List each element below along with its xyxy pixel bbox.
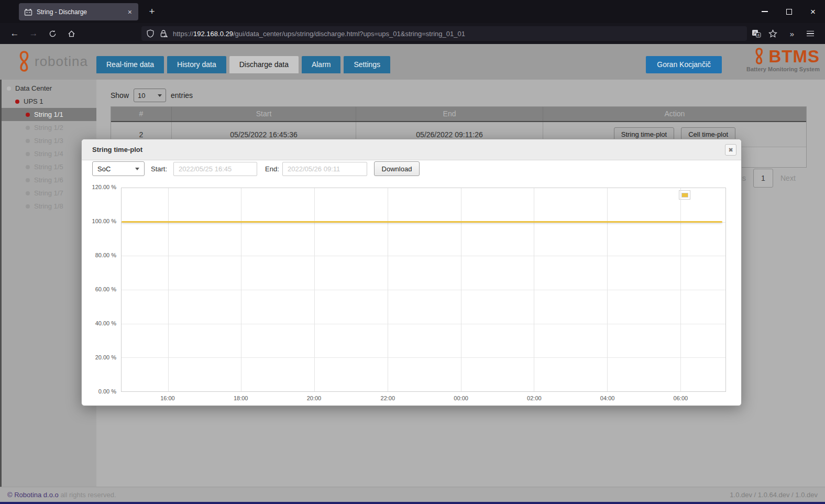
forward-button[interactable]: → — [26, 27, 41, 40]
bookmark-star-icon[interactable] — [767, 28, 778, 39]
metric-select[interactable]: SoC — [92, 161, 145, 176]
robotina-logo: robotina — [17, 49, 88, 73]
menu-hamburger-icon[interactable] — [805, 28, 816, 39]
legend-swatch — [681, 193, 688, 198]
x-tick-label: 18:00 — [234, 395, 248, 401]
footer: © Robotina d.o.o all rights reserved. 1.… — [0, 487, 825, 502]
sidebar-item-string-1-1[interactable]: String 1/1 — [2, 108, 96, 121]
node-bullet-icon — [26, 204, 30, 209]
reload-button[interactable] — [45, 27, 60, 40]
x-tick-label: 20:00 — [307, 395, 322, 401]
btms-logo-icon — [752, 47, 767, 65]
soc-series-line — [122, 221, 722, 223]
y-tick-label: 60.00 % — [95, 286, 116, 292]
new-tab-button[interactable]: + — [145, 4, 159, 19]
start-label: Start: — [151, 165, 167, 173]
tab-close-icon[interactable]: × — [127, 8, 133, 16]
gridline — [122, 290, 725, 290]
column-header-end[interactable]: End — [356, 107, 543, 121]
x-tick-label: 16:00 — [160, 395, 175, 401]
url-text: https://192.168.0.29/gui/data_center/ups… — [173, 30, 465, 38]
tab-settings[interactable]: Settings — [344, 56, 390, 73]
node-bullet-icon — [26, 126, 30, 130]
tab-realtime-data[interactable]: Real-time data — [96, 56, 164, 73]
column-header-num[interactable]: # — [111, 107, 172, 121]
svg-text:a: a — [757, 33, 760, 37]
window-maximize-button[interactable] — [777, 0, 801, 23]
node-bullet-icon — [26, 139, 30, 143]
pagination-next[interactable]: Next — [780, 174, 796, 182]
node-bullet-icon — [26, 113, 30, 117]
gridline — [388, 188, 388, 391]
copyright: © Robotina d.o.o all rights reserved. — [7, 491, 116, 499]
y-tick-label: 80.00 % — [95, 252, 116, 258]
browser-tab[interactable]: String - Discharge × — [19, 3, 138, 20]
y-tick-label: 40.00 % — [95, 320, 116, 326]
version-info: 1.0.dev / 1.0.64.dev / 1.0.dev — [730, 491, 818, 499]
x-axis-labels: 16:0018:0020:0022:0000:0002:0004:0006:00 — [121, 395, 726, 403]
y-tick-label: 100.00 % — [92, 218, 116, 224]
node-bullet-icon — [26, 191, 30, 195]
extensions-overflow-icon[interactable]: » — [786, 28, 798, 39]
node-bullet-icon — [26, 178, 30, 182]
gridline — [122, 324, 725, 324]
copyright-text: all rights reserved. — [60, 491, 116, 499]
dialog-close-icon[interactable]: ✖ — [725, 144, 736, 156]
string-time-plot-dialog: String time-plot ✖ SoC Start: End: Downl… — [81, 139, 742, 406]
node-bullet-icon — [26, 165, 30, 169]
pagination-page-1[interactable]: 1 — [753, 169, 773, 188]
gridline — [122, 256, 725, 256]
gridline — [680, 188, 681, 391]
start-datetime-input[interactable] — [173, 162, 257, 176]
gridline — [607, 188, 608, 391]
browser-tab-bar: String - Discharge × + × — [0, 0, 825, 23]
x-tick-label: 00:00 — [454, 395, 468, 401]
lock-warning-icon[interactable] — [159, 29, 168, 38]
column-header-action[interactable]: Action — [543, 107, 806, 121]
minimize-icon — [762, 11, 768, 12]
end-label: End: — [265, 165, 279, 173]
sidebar-item-ups-1[interactable]: UPS 1 — [2, 95, 96, 108]
dialog-header[interactable]: String time-plot ✖ — [82, 139, 741, 160]
show-label: Show — [111, 91, 129, 100]
back-button[interactable]: ← — [7, 27, 22, 40]
dialog-title: String time-plot — [92, 139, 142, 160]
sidebar-item-string-1-2[interactable]: String 1/2 — [2, 121, 96, 134]
chevron-down-icon — [158, 94, 162, 97]
maximize-icon — [786, 9, 792, 15]
page-size-select[interactable]: 10 — [134, 89, 166, 102]
y-tick-label: 0.00 % — [98, 388, 116, 395]
plot-area — [121, 188, 726, 392]
home-button[interactable] — [64, 27, 79, 40]
robotina-link[interactable]: © Robotina d.o.o — [7, 491, 59, 499]
tab-alarm[interactable]: Alarm — [302, 56, 341, 73]
x-tick-label: 06:00 — [674, 395, 688, 401]
x-tick-label: 02:00 — [527, 395, 542, 401]
window-minimize-button[interactable] — [753, 0, 777, 23]
tab-discharge-data[interactable]: Discharge data — [229, 56, 299, 73]
x-tick-label: 04:00 — [600, 395, 615, 401]
entries-label: entries — [171, 91, 193, 100]
shield-icon[interactable] — [146, 29, 155, 38]
app-header: robotina Real-time data History data Dis… — [0, 44, 825, 80]
url-bar[interactable]: https://192.168.0.29/gui/data_center/ups… — [141, 26, 747, 41]
y-axis-labels: 120.00 %100.00 %80.00 %60.00 %40.00 %20.… — [82, 188, 116, 392]
translate-icon[interactable]: A a — [751, 28, 762, 39]
gridline — [314, 188, 315, 391]
gridline — [461, 188, 461, 391]
user-button[interactable]: Goran Kocjančič — [646, 56, 722, 73]
window-close-button[interactable]: × — [801, 0, 825, 23]
sidebar-item-data-center[interactable]: Data Center — [2, 82, 96, 95]
btms-brand: BTMS Battery Monitoring System — [746, 47, 820, 72]
y-tick-label: 120.00 % — [92, 184, 116, 190]
browser-toolbar: ← → https://192.168.0.29/gui/data_center… — [0, 23, 825, 44]
robotina-logo-icon — [17, 49, 32, 73]
download-button[interactable]: Download — [374, 161, 420, 176]
end-datetime-input[interactable] — [282, 162, 367, 176]
tab-history-data[interactable]: History data — [167, 56, 226, 73]
x-tick-label: 22:00 — [381, 395, 395, 401]
gridline — [122, 357, 725, 358]
battery-favicon-icon — [24, 8, 32, 16]
tab-title: String - Discharge — [37, 8, 127, 16]
column-header-start[interactable]: Start — [172, 107, 356, 121]
